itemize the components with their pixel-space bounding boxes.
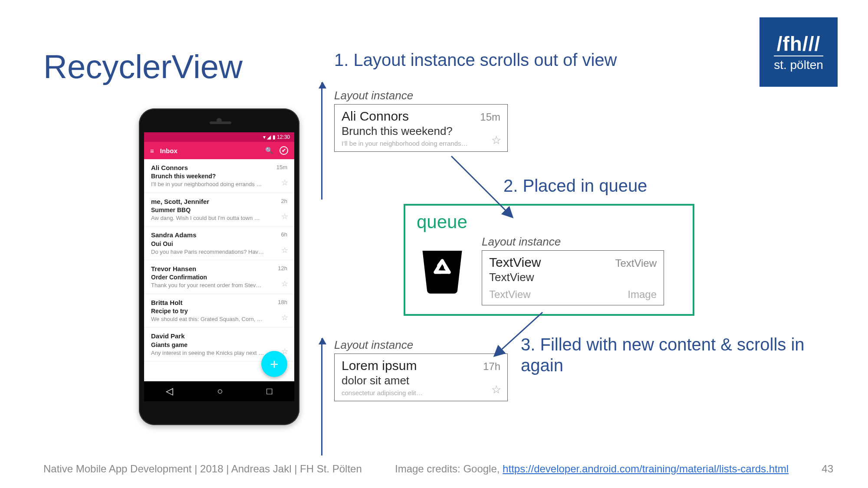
- li-name: Lorem ipsum: [342, 358, 417, 373]
- footer: Native Mobile App Development | 2018 | A…: [43, 463, 833, 475]
- li-label: Layout instance: [334, 89, 508, 102]
- recycle-bin-icon: [414, 239, 470, 296]
- phone-frame: ▾ ◢ ▮ 12:30 ≡ Inbox 🔍 ✔ Ali Connors15mBr…: [139, 108, 299, 425]
- credit-link[interactable]: https://developer.android.com/training/m…: [503, 463, 789, 475]
- layout-instance-in: Layout instance Lorem ipsum17h dolor sit…: [334, 338, 508, 401]
- recent-icon[interactable]: □: [266, 386, 272, 397]
- layout-instance-out: Layout instance Ali Connors15m Brunch th…: [334, 89, 508, 152]
- logo-top: /fh///: [777, 32, 821, 56]
- li-name: TextView: [489, 255, 541, 270]
- menu-icon[interactable]: ≡: [150, 147, 154, 154]
- arrow-scroll-out: [321, 82, 322, 200]
- status-bar: ▾ ◢ ▮ 12:30: [144, 132, 294, 142]
- star-icon[interactable]: ☆: [281, 278, 288, 289]
- li-preview: consectetur adipiscing elit…: [342, 389, 500, 396]
- home-icon[interactable]: ○: [217, 386, 223, 397]
- li-name: Ali Connors: [342, 109, 409, 124]
- list-item[interactable]: Britta Holt18hRecipe to tryWe should eat…: [144, 294, 294, 328]
- list-item[interactable]: me, Scott, Jennifer2hSummer BBQAw dang. …: [144, 193, 294, 227]
- step-3-label: 3. Filled with new content & scrolls in …: [521, 334, 816, 376]
- search-icon[interactable]: 🔍: [265, 147, 273, 154]
- list-item[interactable]: Trevor Hansen12hOrder ConfirmationThank …: [144, 260, 294, 294]
- footer-left: Native Mobile App Development | 2018 | A…: [43, 463, 362, 475]
- li-time: 15m: [480, 111, 500, 123]
- fab-button[interactable]: +: [261, 351, 287, 377]
- fh-logo: /fh/// st. pölten: [760, 17, 838, 87]
- star-icon[interactable]: ☆: [281, 211, 288, 222]
- li-preview: TextView: [489, 288, 531, 301]
- arrow-scroll-in: [321, 338, 322, 455]
- li-preview: I'll be in your neighborhood doing erran…: [342, 140, 500, 147]
- li-subject: TextView: [489, 271, 657, 284]
- star-icon[interactable]: ☆: [281, 245, 288, 255]
- li-subject: Brunch this weekend?: [342, 124, 500, 138]
- star-icon[interactable]: ☆: [281, 177, 288, 188]
- queue-box: queue Layout instance TextViewTextView T…: [404, 204, 694, 316]
- app-bar: ≡ Inbox 🔍 ✔: [144, 142, 294, 159]
- step-1-label: 1. Layout instance scrolls out of view: [334, 50, 617, 70]
- check-icon[interactable]: ✔: [279, 146, 288, 155]
- list-item[interactable]: Sandra Adams6hOui OuiDo you have Paris r…: [144, 226, 294, 260]
- footer-credits: Image credits: Google, https://developer…: [395, 463, 789, 475]
- queue-label: queue: [417, 212, 684, 233]
- star-icon: ☆: [491, 134, 501, 147]
- star-icon[interactable]: ☆: [281, 312, 288, 323]
- logo-bottom: st. pölten: [774, 56, 823, 72]
- li-subject: dolor sit amet: [342, 374, 500, 387]
- step-2-label: 2. Placed in queue: [503, 176, 647, 196]
- li-label: Layout instance: [334, 338, 508, 352]
- slide-title: RecyclerView: [43, 48, 243, 85]
- appbar-title: Inbox: [160, 147, 178, 154]
- li-image: Image: [628, 288, 657, 301]
- li-time: 17h: [483, 360, 500, 373]
- nav-bar: ◁ ○ □: [144, 381, 294, 401]
- star-icon: ☆: [491, 383, 501, 396]
- back-icon[interactable]: ◁: [166, 386, 173, 397]
- list-item[interactable]: Ali Connors15mBrunch this weekend?I'll b…: [144, 159, 294, 193]
- li-label: Layout instance: [482, 235, 664, 249]
- message-list[interactable]: Ali Connors15mBrunch this weekend?I'll b…: [144, 159, 294, 381]
- page-number: 43: [822, 463, 833, 475]
- li-time: TextView: [615, 257, 657, 269]
- phone-screen: ▾ ◢ ▮ 12:30 ≡ Inbox 🔍 ✔ Ali Connors15mBr…: [144, 132, 294, 401]
